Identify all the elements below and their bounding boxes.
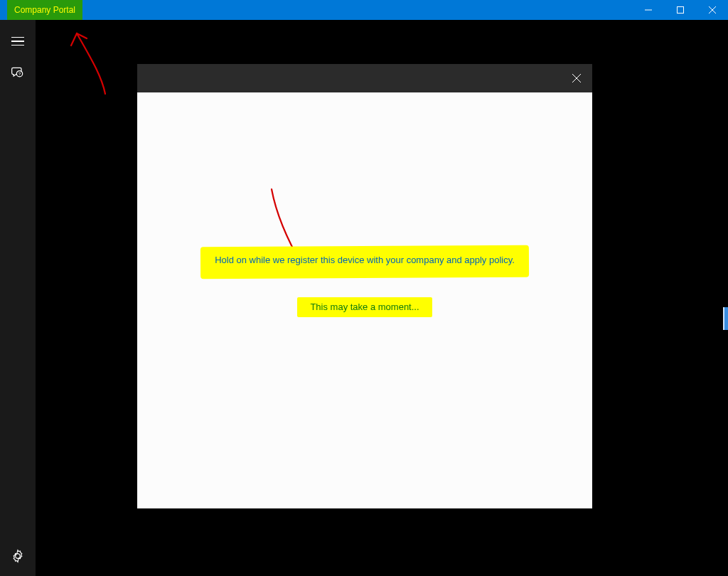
dialog-header	[137, 64, 592, 92]
close-icon	[709, 6, 716, 14]
background-window-sliver	[723, 307, 728, 330]
minimize-icon	[645, 6, 652, 14]
chat-help-icon: ?	[11, 65, 25, 80]
hamburger-icon	[11, 37, 24, 46]
maximize-button[interactable]	[664, 0, 696, 20]
sidebar-help-button[interactable]: ?	[0, 57, 36, 88]
sidebar: ?	[0, 20, 36, 576]
minimize-button[interactable]	[632, 0, 664, 20]
registration-message-secondary: This may take a moment...	[301, 299, 427, 315]
app-body: ? Hold on while we register this device …	[0, 20, 728, 576]
close-window-button[interactable]	[696, 0, 728, 20]
content-area: Hold on while we register this device wi…	[36, 20, 728, 576]
app-title: Company Portal	[7, 0, 82, 20]
hamburger-menu-button[interactable]	[0, 26, 36, 57]
titlebar: Company Portal	[0, 0, 728, 20]
titlebar-left: Company Portal	[0, 0, 82, 20]
dialog-close-button[interactable]	[560, 64, 592, 92]
window-controls	[632, 0, 728, 20]
maximize-icon	[677, 6, 684, 14]
gear-icon	[11, 549, 25, 563]
dialog-body: Hold on while we register this device wi…	[137, 92, 592, 508]
close-icon	[572, 74, 581, 82]
registration-message-primary: Hold on while we register this device wi…	[206, 250, 523, 272]
svg-rect-1	[677, 7, 683, 14]
registration-dialog: Hold on while we register this device wi…	[137, 64, 592, 508]
sidebar-settings-button[interactable]	[0, 540, 36, 572]
